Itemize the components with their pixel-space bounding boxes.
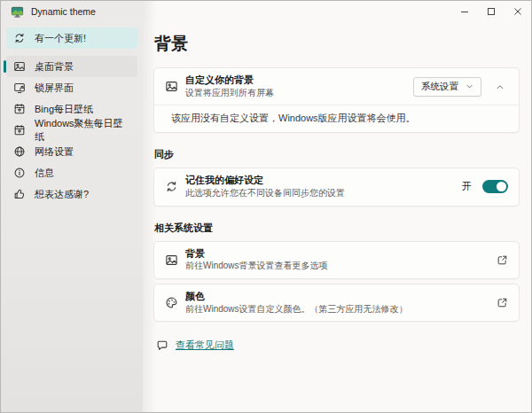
- sidebar-item-lock-screen[interactable]: 锁屏界面: [6, 77, 137, 98]
- lockscreen-icon: [13, 82, 26, 94]
- palette-icon: [165, 296, 178, 309]
- thumbsup-icon: [13, 188, 26, 200]
- sync-toggle[interactable]: [482, 180, 508, 193]
- app-window: Dynamic theme 有一个更新!: [0, 0, 532, 413]
- faq-link[interactable]: 查看常见问题: [176, 339, 234, 352]
- main-content: 背景 自定义你的背景 设置将应用到所有屏幕 系统设置: [143, 22, 531, 412]
- sidebar-item-spotlight-wallpaper[interactable]: Windows聚焦每日壁纸: [6, 120, 137, 141]
- sidebar-item-info[interactable]: 信息: [6, 162, 137, 183]
- background-source-dropdown[interactable]: 系统设置: [413, 77, 481, 97]
- sidebar-item-label: Windows聚焦每日壁纸: [35, 117, 130, 144]
- window-title: Dynamic theme: [31, 6, 451, 17]
- image-icon: [165, 80, 178, 93]
- sidebar: 有一个更新! 桌面背景 锁屏界面: [1, 22, 143, 412]
- sidebar-item-label: 有一个更新!: [35, 32, 86, 45]
- sidebar-item-label: 桌面背景: [35, 60, 74, 74]
- maximize-button[interactable]: [478, 1, 505, 22]
- related-colors-card[interactable]: 颜色 前往Windows设置自定义颜色。（第三方应用无法修改）: [153, 284, 520, 322]
- sidebar-item-label: 信息: [35, 167, 54, 180]
- close-button[interactable]: [505, 1, 531, 22]
- expander-note: 该应用没有自定义设置，Windows版应用设置将会使用。: [154, 105, 519, 132]
- sync-icon: [13, 32, 26, 44]
- card-title: 颜色: [185, 291, 408, 303]
- customize-background-card: 自定义你的背景 设置将应用到所有屏幕 系统设置: [153, 67, 520, 133]
- image-icon: [13, 60, 26, 73]
- expander-collapse-button[interactable]: [492, 79, 508, 95]
- card-title: 背景: [185, 248, 328, 261]
- section-header-related: 相关系统设置: [154, 222, 520, 235]
- globe-icon: [13, 145, 26, 158]
- toggle-state-label: 开: [462, 180, 472, 193]
- title-bar: Dynamic theme: [1, 1, 531, 22]
- sidebar-item-update[interactable]: 有一个更新!: [6, 27, 137, 49]
- sidebar-item-label: 锁屏界面: [35, 82, 74, 95]
- card-subtitle: 设置将应用到所有屏幕: [185, 88, 274, 99]
- sidebar-item-thanks[interactable]: 想表达感谢?: [6, 183, 137, 205]
- card-subtitle: 前往Windows背景设置查看更多选项: [185, 261, 328, 272]
- chat-bubble-icon: [156, 339, 168, 352]
- chevron-down-icon: [466, 82, 473, 90]
- chevron-up-icon: [496, 82, 505, 91]
- info-icon: [13, 167, 26, 179]
- calendar-icon: [13, 103, 26, 115]
- card-title: 自定义你的背景: [185, 74, 274, 87]
- sidebar-item-network-settings[interactable]: 网络设置: [6, 141, 137, 162]
- minimize-button[interactable]: [451, 1, 478, 22]
- sidebar-item-label: Bing每日壁纸: [35, 103, 93, 116]
- card-subtitle: 此选项允许您在不同设备间同步您的设置: [185, 188, 345, 199]
- open-external-icon[interactable]: [497, 254, 508, 266]
- sidebar-item-desktop-background[interactable]: 桌面背景: [6, 56, 137, 77]
- section-header-sync: 同步: [154, 148, 520, 161]
- card-title: 记住我的偏好设定: [185, 175, 345, 187]
- faq-row: 查看常见问题: [156, 339, 520, 352]
- image-icon: [165, 253, 178, 267]
- sync-preferences-card: 记住我的偏好设定 此选项允许您在不同设备间同步您的设置 开: [153, 168, 520, 206]
- toggle-knob: [497, 182, 506, 191]
- card-subtitle: 前往Windows设置自定义颜色。（第三方应用无法修改）: [185, 304, 408, 316]
- related-background-card[interactable]: 背景 前往Windows背景设置查看更多选项: [153, 241, 520, 279]
- dropdown-value: 系统设置: [421, 81, 458, 93]
- calendar-icon: [13, 124, 26, 136]
- sync-icon: [165, 180, 178, 193]
- page-title: 背景: [154, 33, 520, 56]
- sidebar-item-label: 网络设置: [35, 145, 74, 159]
- app-logo-icon: [11, 5, 24, 19]
- sidebar-item-label: 想表达感谢?: [35, 188, 89, 201]
- open-external-icon[interactable]: [497, 297, 508, 308]
